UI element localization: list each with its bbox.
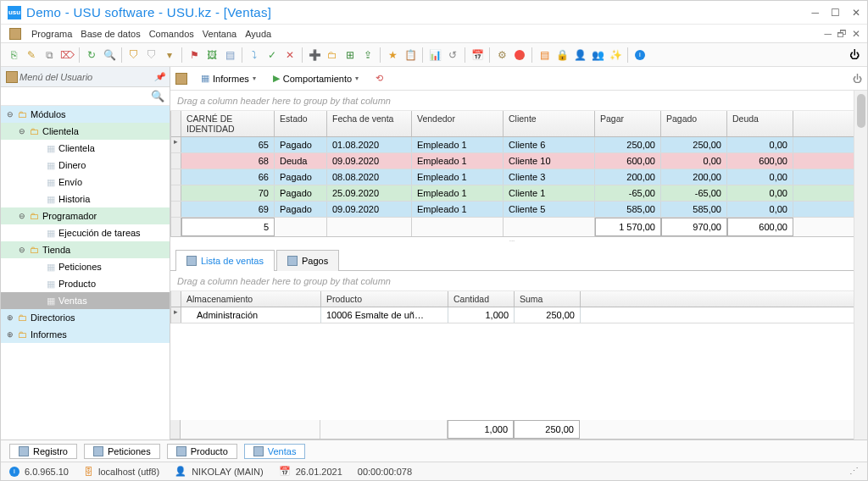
tree-ejecucion[interactable]: ▦Ejecución de tareas: [1, 224, 170, 241]
resize-grip-icon[interactable]: ⋰: [849, 466, 859, 477]
main-content: ▦Informes▾ ▶Comportamiento▾ ⟲ ⏻ Drag a c…: [170, 67, 867, 440]
add-record-icon[interactable]: ➕: [307, 47, 322, 63]
tree-envio[interactable]: ▦Envío: [1, 174, 170, 191]
comportamiento-button[interactable]: ▶Comportamiento▾: [268, 71, 364, 86]
statusbar: i6.0.965.10 🗄localhost (utf8) 👤NIKOLAY (…: [1, 462, 867, 480]
sidebar-header: Menú del Usuario 📌: [1, 67, 170, 87]
sub-power-icon[interactable]: ⏻: [853, 74, 862, 84]
cross-icon[interactable]: ✕: [282, 47, 298, 63]
table-row[interactable]: 69Pagado09.09.2020Empleado 1Cliente 5585…: [171, 202, 854, 218]
tab-lista-ventas[interactable]: Lista de ventas: [175, 250, 275, 271]
reload-button[interactable]: ⟲: [370, 71, 388, 86]
search-icon[interactable]: 🔍: [151, 90, 164, 102]
tree-tienda[interactable]: ⊖🗀Tienda: [1, 241, 170, 258]
power-icon[interactable]: ⏻: [847, 47, 862, 63]
splitter[interactable]: ∙∙∙: [170, 237, 854, 244]
menu-ventana[interactable]: Ventana: [203, 29, 236, 39]
child-minimize-icon[interactable]: ─: [824, 28, 832, 40]
import-icon[interactable]: ⤵: [247, 47, 262, 63]
pin-icon[interactable]: 📌: [154, 72, 164, 81]
refresh-icon[interactable]: ↻: [84, 47, 99, 63]
detail-row[interactable]: ▸ Administración 10006 Esmalte de uñ… 1,…: [171, 307, 854, 323]
info-icon[interactable]: i: [632, 47, 648, 63]
tree-dinero[interactable]: ▦Dinero: [1, 157, 170, 174]
history-icon[interactable]: ↺: [445, 47, 460, 63]
menu-base-datos[interactable]: Base de datos: [81, 29, 140, 39]
col-product[interactable]: Producto: [321, 291, 448, 307]
col-deuda[interactable]: Deuda: [727, 111, 793, 136]
new-icon[interactable]: ⎘: [6, 47, 21, 63]
wand-icon[interactable]: ✨: [608, 47, 623, 63]
filter-funnel-icon[interactable]: ▾: [162, 47, 177, 63]
col-store[interactable]: Almacenamiento: [181, 291, 321, 307]
tree-programador[interactable]: ⊖🗀Programador: [1, 207, 170, 224]
table-row[interactable]: 66Pagado08.08.2020Empleado 1Cliente 3200…: [171, 169, 854, 185]
tree-peticiones[interactable]: ▦Peticiones: [1, 258, 170, 275]
menu-ayuda[interactable]: Ayuda: [245, 29, 271, 39]
flag-icon[interactable]: ⚑: [186, 47, 202, 63]
tree-modulos[interactable]: ⊖🗀Módulos: [1, 106, 170, 123]
filter-icon[interactable]: ⛉: [126, 47, 142, 63]
maximize-button[interactable]: ☐: [831, 7, 840, 19]
menu-comandos[interactable]: Comandos: [149, 29, 194, 39]
table-row[interactable]: ▸65Pagado01.08.2020Empleado 1Cliente 625…: [171, 137, 854, 153]
tab-icon: [186, 256, 197, 266]
export-icon[interactable]: ⇪: [360, 47, 376, 63]
col-id[interactable]: CARNÉ DE IDENTIDAD: [181, 111, 275, 136]
window-title: Demo - USU software - USU.kz - [Ventas]: [26, 5, 271, 19]
tab-pagos[interactable]: Pagos: [276, 250, 339, 271]
table-row[interactable]: 68Deuda09.09.2020Empleado 1Cliente 10600…: [171, 153, 854, 169]
col-qty[interactable]: Cantidad: [448, 291, 515, 307]
tree-clientela[interactable]: ⊖🗀Clientela: [1, 123, 170, 140]
rss-icon[interactable]: ▤: [537, 47, 552, 63]
image-icon[interactable]: 🖼: [204, 47, 220, 63]
minimize-button[interactable]: ─: [811, 7, 819, 19]
btab-peticiones[interactable]: Peticiones: [84, 444, 160, 459]
edit-icon[interactable]: ✎: [24, 47, 39, 63]
chart-icon[interactable]: ▤: [222, 47, 237, 63]
col-pagar[interactable]: Pagar: [595, 111, 661, 136]
btab-registro[interactable]: Registro: [9, 444, 77, 459]
close-button[interactable]: ✕: [852, 7, 860, 19]
gear-icon[interactable]: ⚙: [494, 47, 509, 63]
col-estado[interactable]: Estado: [275, 111, 327, 136]
delete-icon[interactable]: ⌦: [59, 47, 75, 63]
tree-producto[interactable]: ▦Producto: [1, 275, 170, 292]
tab-icon: [176, 446, 186, 456]
stats-icon[interactable]: 📊: [427, 47, 442, 63]
tree-historia[interactable]: ▦Historia: [1, 191, 170, 207]
sales-grid: CARNÉ DE IDENTIDAD Estado Fecha de venta…: [170, 111, 854, 237]
search-icon[interactable]: 🔍: [102, 47, 117, 63]
calendar-icon[interactable]: 📅: [470, 47, 485, 63]
vertical-scrollbar[interactable]: [854, 91, 867, 440]
child-restore-icon[interactable]: 🗗: [837, 28, 847, 40]
user-icon[interactable]: 👤: [572, 47, 587, 63]
check-icon[interactable]: ✓: [264, 47, 280, 63]
col-fecha[interactable]: Fecha de venta: [327, 111, 412, 136]
folder-icon[interactable]: 🗀: [325, 47, 340, 63]
btab-producto[interactable]: Producto: [167, 444, 237, 459]
col-sum[interactable]: Suma: [515, 291, 581, 307]
filter-clear-icon[interactable]: ⛉: [144, 47, 159, 63]
lock-icon[interactable]: 🔒: [554, 47, 570, 63]
users-icon[interactable]: 👥: [590, 47, 605, 63]
palette-icon[interactable]: [512, 47, 527, 63]
col-pagado[interactable]: Pagado: [661, 111, 727, 136]
copy-icon[interactable]: ⧉: [42, 47, 57, 63]
star-icon[interactable]: ★: [385, 47, 400, 63]
tree-informes[interactable]: ⊕🗀Informes: [1, 326, 170, 343]
col-vendedor[interactable]: Vendedor: [412, 111, 504, 136]
window-controls: ─ ☐ ✕: [811, 7, 860, 19]
btab-ventas[interactable]: Ventas: [244, 444, 306, 459]
child-close-icon[interactable]: ✕: [852, 28, 860, 40]
tab-icon: [93, 446, 103, 456]
tree-directorios[interactable]: ⊕🗀Directorios: [1, 309, 170, 326]
tree-clientela-sub[interactable]: ▦Clientela: [1, 140, 170, 157]
table-row[interactable]: 70Pagado25.09.2020Empleado 1Cliente 1-65…: [171, 185, 854, 202]
tree-ventas[interactable]: ▦Ventas: [1, 292, 170, 309]
export-excel-icon[interactable]: ⊞: [342, 47, 358, 63]
informes-button[interactable]: ▦Informes▾: [196, 71, 261, 86]
clipboard-icon[interactable]: 📋: [403, 47, 418, 63]
col-cliente[interactable]: Cliente: [504, 111, 595, 136]
menu-programa[interactable]: Programa: [31, 29, 72, 39]
